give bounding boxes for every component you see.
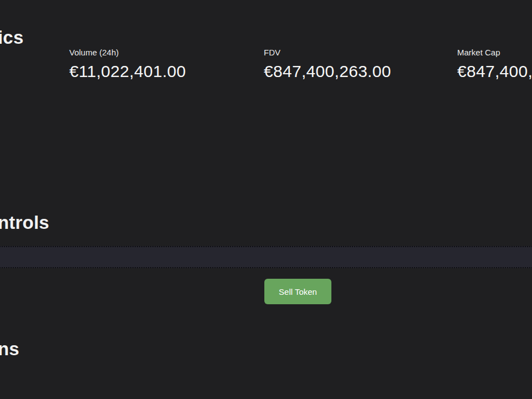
- stat-value: €847,400,263.00: [457, 62, 532, 81]
- stat-market-cap: Market Cap €847,400,263.00: [457, 48, 532, 81]
- stat-fdv: FDV €847,400,263.00: [264, 48, 391, 81]
- stat-value: €11,022,401.00: [69, 62, 186, 81]
- token-dashboard-page: ics Volume (24h) €11,022,401.00 FDV €847…: [0, 0, 532, 399]
- amount-input[interactable]: [0, 246, 532, 268]
- statistics-heading-fragment: ics: [0, 27, 23, 48]
- stat-volume-24h: Volume (24h) €11,022,401.00: [69, 48, 186, 81]
- stat-label: FDV: [264, 48, 391, 58]
- sell-token-button[interactable]: Sell Token: [264, 279, 331, 304]
- stat-label: Market Cap: [457, 48, 532, 58]
- stat-value: €847,400,263.00: [264, 62, 391, 81]
- transactions-heading-fragment: ns: [0, 339, 19, 360]
- controls-heading-fragment: ntrols: [0, 212, 49, 233]
- stat-label: Volume (24h): [69, 48, 186, 58]
